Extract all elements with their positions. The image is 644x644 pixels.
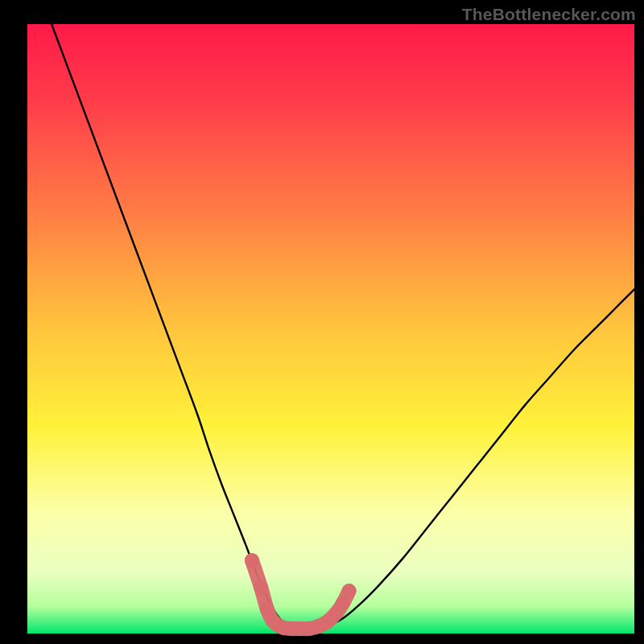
watermark-label: TheBottlenecker.com [462, 5, 636, 24]
valley-marker [342, 584, 357, 598]
chart-svg [0, 0, 644, 644]
chart-stage: TheBottlenecker.com [0, 0, 644, 644]
valley-marker [245, 553, 259, 568]
gradient-background [27, 24, 634, 634]
valley-marker [254, 580, 268, 595]
